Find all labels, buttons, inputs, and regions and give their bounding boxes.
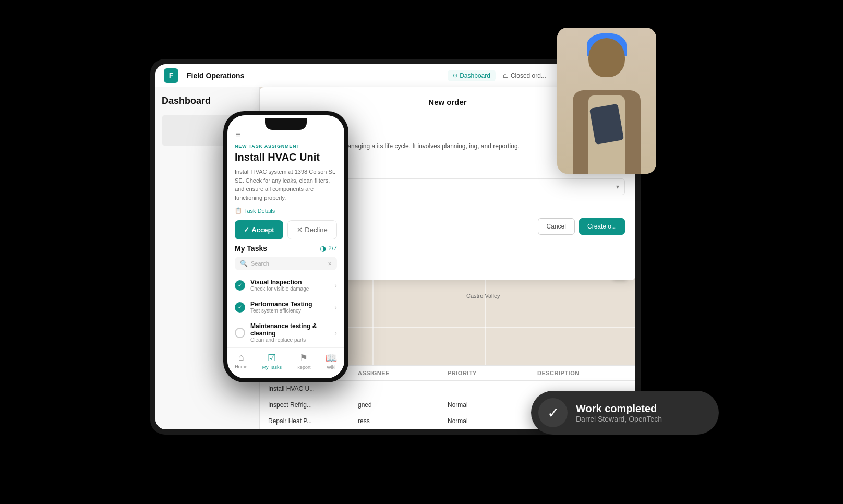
task-item-3[interactable]: Maintenance testing & cleaning Clean and… bbox=[235, 318, 337, 347]
phone-screen: ≡ NEW TASK ASSIGNMENT Install HVAC Unit … bbox=[227, 115, 344, 378]
scene: F Field Operations ⊙ Dashboard 🗀 Closed … bbox=[109, 17, 734, 487]
person-head bbox=[588, 38, 625, 77]
person-holding-tablet bbox=[589, 104, 624, 145]
task-description: Install HVAC system at 1398 Colson St. S… bbox=[235, 167, 337, 202]
nav-my-tasks[interactable]: ☑ My Tasks bbox=[262, 352, 282, 370]
checkmark-icon: ✓ bbox=[547, 404, 559, 422]
dashboard-icon: ⊙ bbox=[453, 72, 457, 79]
tasks-icon: ☑ bbox=[268, 352, 276, 364]
my-tasks-progress: ◑ 2/7 bbox=[320, 244, 337, 253]
decline-button[interactable]: ✕ Decline bbox=[287, 220, 337, 239]
phone-notch bbox=[265, 118, 307, 130]
task-check-pending bbox=[235, 328, 245, 338]
app-name: Field Operations bbox=[187, 71, 439, 80]
task-item-info: Visual Inspection Check for visible dama… bbox=[250, 279, 329, 292]
task-check-done: ✓ bbox=[235, 280, 245, 291]
task-item-1[interactable]: ✓ Visual Inspection Check for visible da… bbox=[235, 274, 337, 296]
col-priority: PRIORITY bbox=[448, 370, 537, 376]
home-icon: ⌂ bbox=[238, 352, 244, 363]
folder-icon: 🗀 bbox=[503, 73, 509, 79]
chevron-right-icon: › bbox=[334, 329, 337, 337]
sidebar-title: Dashboard bbox=[162, 95, 253, 106]
work-completed-subtitle: Darrel Steward, OpenTech bbox=[576, 415, 706, 423]
nav-dashboard[interactable]: ⊙ Dashboard bbox=[448, 70, 496, 81]
phone-bottom-nav: ⌂ Home ☑ My Tasks ⚑ Report 📖 Wiki bbox=[227, 347, 344, 378]
work-completed-text: Work completed Darrel Steward, OpenTech bbox=[576, 403, 706, 423]
my-tasks-title: My Tasks bbox=[235, 244, 267, 253]
task-title: Install HVAC Unit bbox=[235, 151, 337, 163]
task-item-info: Maintenance testing & cleaning Clean and… bbox=[250, 322, 329, 343]
task-item-info: Performance Testing Test system efficien… bbox=[250, 301, 329, 314]
my-tasks-section: My Tasks ◑ 2/7 🔍 Search ✕ ✓ Visual Inspe… bbox=[227, 244, 344, 347]
search-close-icon[interactable]: ✕ bbox=[328, 261, 332, 267]
accept-button[interactable]: ✓ Accept bbox=[235, 220, 283, 239]
person-photo bbox=[557, 28, 656, 174]
search-icon: 🔍 bbox=[240, 260, 248, 267]
check-icon: ✓ bbox=[244, 226, 249, 234]
my-tasks-header: My Tasks ◑ 2/7 bbox=[235, 244, 337, 253]
chevron-down-icon: ▾ bbox=[616, 183, 619, 190]
app-logo: F bbox=[164, 68, 178, 83]
task-search[interactable]: 🔍 Search ✕ bbox=[235, 257, 337, 270]
nav-report[interactable]: ⚑ Report bbox=[296, 352, 310, 370]
tablet-nav: ⊙ Dashboard 🗀 Closed ord... bbox=[448, 70, 551, 81]
nav-closed-orders[interactable]: 🗀 Closed ord... bbox=[498, 70, 551, 81]
create-button[interactable]: Create o... bbox=[579, 218, 625, 235]
nav-home[interactable]: ⌂ Home bbox=[235, 352, 247, 370]
chevron-right-icon: › bbox=[334, 303, 337, 311]
phone: ≡ NEW TASK ASSIGNMENT Install HVAC Unit … bbox=[223, 111, 348, 382]
task-item-2[interactable]: ✓ Performance Testing Test system effici… bbox=[235, 296, 337, 318]
chevron-right-icon: › bbox=[334, 281, 337, 290]
x-icon: ✕ bbox=[297, 226, 303, 234]
task-check-done: ✓ bbox=[235, 302, 245, 313]
cancel-button[interactable]: Cancel bbox=[538, 218, 575, 235]
work-completed-toast: ✓ Work completed Darrel Steward, OpenTec… bbox=[531, 391, 719, 435]
col-description: DESCRIPTION bbox=[537, 370, 627, 376]
task-badge: NEW TASK ASSIGNMENT bbox=[235, 143, 337, 149]
person-body bbox=[573, 90, 641, 174]
task-actions: ✓ Accept ✕ Decline bbox=[235, 220, 337, 239]
nav-wiki[interactable]: 📖 Wiki bbox=[326, 352, 337, 370]
person-figure bbox=[557, 28, 656, 174]
work-completed-title: Work completed bbox=[576, 403, 706, 415]
menu-icon[interactable]: ≡ bbox=[236, 130, 240, 139]
task-details-link[interactable]: 📋 Task Details bbox=[235, 207, 337, 214]
task-card: NEW TASK ASSIGNMENT Install HVAC Unit In… bbox=[227, 143, 344, 244]
clipboard-icon: 📋 bbox=[235, 207, 242, 214]
report-icon: ⚑ bbox=[299, 352, 308, 364]
col-assignee: ASSIGNEE bbox=[358, 370, 448, 376]
wiki-icon: 📖 bbox=[326, 352, 337, 364]
map-label-castro-valley: Castro Valley bbox=[466, 293, 500, 299]
progress-icon: ◑ bbox=[320, 244, 326, 253]
check-circle: ✓ bbox=[538, 398, 568, 427]
